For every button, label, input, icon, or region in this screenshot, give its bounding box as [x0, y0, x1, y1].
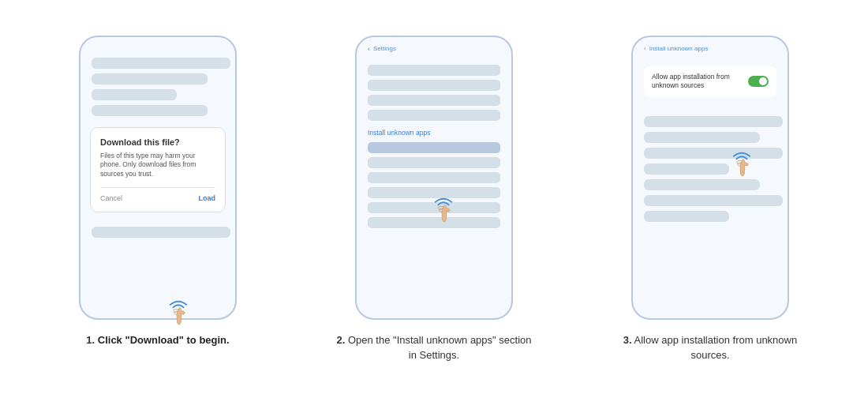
step-1-caption-bold: Click "Download" to begin.: [98, 334, 230, 346]
list-item: [368, 65, 500, 76]
step-3: ‹ Install unknown apps Allow app install…: [584, 36, 836, 363]
step-1-number: 1.: [86, 334, 95, 346]
list-item: [368, 202, 500, 213]
list-item: [368, 157, 500, 168]
step-2-number: 2.: [336, 334, 345, 346]
bar: [92, 73, 208, 84]
step-3-caption-pre: Allow app installation from unknown: [634, 334, 798, 346]
back-label: Install unknown apps: [649, 45, 709, 52]
step-2-caption: 2. Open the "Install unknown apps" secti…: [336, 332, 531, 363]
list-item: [368, 187, 500, 198]
phone-1-top-bars: [80, 37, 235, 121]
back-label: Settings: [373, 45, 396, 52]
bar: [92, 105, 208, 116]
phone-3-bottom: [633, 103, 788, 227]
install-unknown-apps-label[interactable]: Install unknown apps: [357, 125, 511, 138]
phone-1-dialog: Download this file? Files of this type m…: [90, 127, 226, 213]
phone-1-wrapper: Download this file? Files of this type m…: [79, 36, 237, 320]
bar: [644, 116, 783, 127]
allow-text: Allow app installation from unknown sour…: [652, 73, 748, 92]
phone-2-wrapper: ‹ Settings Install unknown apps: [355, 36, 513, 320]
dialog-buttons: Cancel Load: [100, 187, 215, 202]
step-2: ‹ Settings Install unknown apps: [308, 36, 560, 363]
allow-toggle[interactable]: [748, 76, 769, 87]
phone-3-wrapper: ‹ Install unknown apps Allow app install…: [631, 36, 789, 320]
main-container: Download this file? Files of this type m…: [0, 20, 868, 379]
phone-2-status-bar: ‹ Settings: [357, 37, 511, 58]
list-item: [368, 80, 500, 91]
step-2-caption-rest: in Settings.: [409, 349, 459, 361]
bar: [644, 211, 729, 222]
allow-installation-row: Allow app installation from unknown sour…: [644, 66, 776, 98]
step-3-caption-rest: sources.: [690, 349, 729, 361]
step-1: Download this file? Files of this type m…: [32, 36, 284, 348]
cancel-button[interactable]: Cancel: [100, 194, 122, 202]
list-item: [368, 110, 500, 121]
bar: [644, 132, 760, 143]
back-chevron-icon: ‹: [644, 45, 646, 52]
phone-1-bottom-bars: [80, 219, 235, 242]
step-1-caption: 1. Click "Download" to begin.: [86, 332, 229, 348]
phone-3: ‹ Install unknown apps Allow app install…: [631, 36, 789, 320]
bar: [644, 195, 783, 206]
bar: [92, 227, 230, 238]
step-3-caption: 3. Allow app installation from unknown s…: [623, 332, 797, 363]
dialog-title: Download this file?: [100, 137, 215, 147]
phone-1: Download this file? Files of this type m…: [79, 36, 237, 320]
bar: [92, 89, 177, 100]
install-unknown-apps-item[interactable]: [368, 142, 500, 153]
bar: [92, 58, 230, 69]
bar: [644, 148, 783, 159]
settings-list: Install unknown apps: [357, 58, 511, 235]
phone-3-status-bar: ‹ Install unknown apps: [633, 37, 788, 57]
list-item: [368, 95, 500, 106]
bar: [644, 163, 729, 175]
list-item: [368, 172, 500, 183]
dialog-text: Files of this type may harm your phone. …: [100, 152, 215, 180]
load-button[interactable]: Load: [199, 194, 216, 202]
step-2-caption-pre: Open the "Install unknown apps" section: [348, 334, 532, 346]
step-3-number: 3.: [623, 334, 632, 346]
phone-2: ‹ Settings Install unknown apps: [355, 36, 513, 320]
back-chevron-icon: ‹: [368, 45, 370, 53]
bar: [644, 179, 760, 190]
list-item: [368, 217, 500, 228]
